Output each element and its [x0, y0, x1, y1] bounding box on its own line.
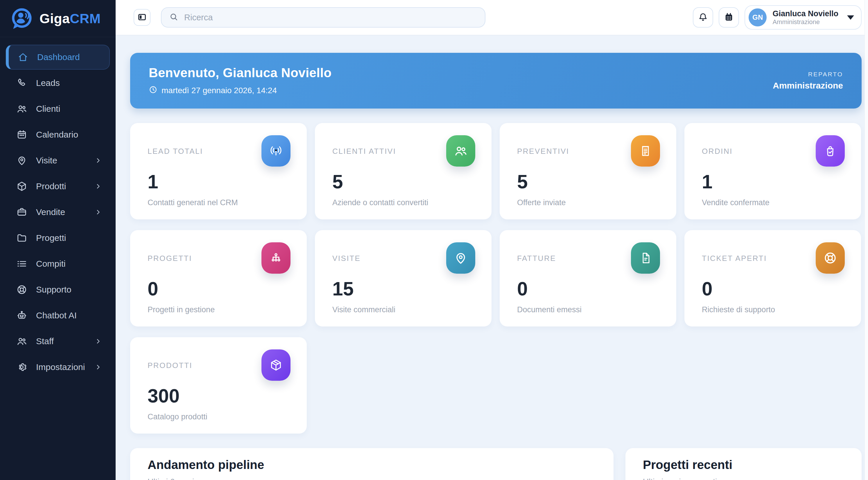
sidebar-item-label: Calendario — [36, 130, 78, 140]
users-icon — [16, 336, 27, 347]
panel-title: Progetti recenti — [643, 458, 844, 472]
sidebar-item-leads[interactable]: Leads — [6, 71, 110, 96]
stat-subtitle: Visite commerciali — [332, 305, 475, 314]
sidebar-item-supporto[interactable]: Supporto — [6, 277, 110, 302]
box-icon — [16, 181, 27, 192]
stat-value: 0 — [148, 279, 290, 298]
department-label: REPARTO — [773, 71, 843, 78]
stat-card-clienti-attivi: CLIENTI ATTIVI5Aziende o contatti conver… — [315, 123, 492, 219]
clock-icon — [149, 85, 157, 96]
chevron-right-icon — [94, 337, 102, 345]
sidebar-item-vendite[interactable]: Vendite — [6, 200, 110, 225]
search-bar — [161, 7, 486, 28]
folder-icon — [16, 233, 27, 243]
search-icon — [169, 12, 178, 23]
bag-check-icon — [816, 135, 845, 167]
broadcast-icon — [261, 135, 290, 167]
calendar-icon — [724, 12, 734, 23]
phone-icon — [16, 77, 27, 89]
stat-value: 0 — [517, 279, 660, 298]
stat-subtitle: Progetti in gestione — [148, 305, 290, 314]
panel-subtitle: Ultimi aggiornamenti — [643, 477, 844, 480]
calendar-icon — [16, 129, 27, 140]
stat-subtitle: Richieste di supporto — [702, 305, 845, 314]
sidebar-item-staff[interactable]: Staff — [6, 329, 110, 354]
search-input[interactable] — [184, 12, 477, 23]
logo: GigaCRM — [0, 0, 116, 37]
stat-card-progetti: PROGETTI0Progetti in gestione — [130, 230, 307, 327]
package-icon — [261, 349, 290, 381]
sidebar-item-label: Chatbot AI — [36, 311, 77, 320]
stat-card-prodotti: PRODOTTI300Catalogo prodotti — [130, 337, 307, 434]
stat-subtitle: Aziende o contatti convertiti — [332, 198, 475, 207]
bell-icon — [698, 12, 708, 23]
welcome-title: Benvenuto, Gianluca Noviello — [149, 66, 332, 80]
robot-icon — [16, 310, 27, 321]
topbar: GN Gianluca Noviello Amministrazione — [116, 0, 868, 35]
stat-subtitle: Offerte inviate — [517, 198, 660, 207]
sidebar-nav: DashboardLeadsClientiCalendarioVisitePro… — [0, 37, 116, 380]
panel-andamento-pipeline: Andamento pipelineUltimi 6 mesi — [130, 448, 614, 480]
sidebar-item-label: Compiti — [36, 259, 66, 269]
sidebar-item-visite[interactable]: Visite — [6, 148, 110, 173]
calendar-button[interactable] — [719, 7, 739, 28]
map-pin-icon — [446, 242, 475, 274]
tasks-icon — [16, 258, 27, 269]
map-pin-icon — [16, 155, 27, 166]
sidebar-item-calendario[interactable]: Calendario — [6, 122, 110, 147]
chat-person-logo-icon — [9, 6, 34, 31]
sidebar-toggle-button[interactable] — [134, 9, 151, 26]
sidebar-item-label: Visite — [36, 156, 57, 165]
stat-card-ordini: ORDINI1Vendite confermate — [684, 123, 861, 219]
chevron-right-icon — [94, 182, 102, 191]
chevron-right-icon — [94, 208, 102, 216]
welcome-banner: Benvenuto, Gianluca Noviello martedì 27 … — [130, 53, 862, 108]
sidebar-item-dashboard[interactable]: Dashboard — [6, 45, 110, 70]
sidebar-item-label: Staff — [36, 336, 54, 346]
sidebar-item-label: Leads — [36, 78, 60, 88]
user-menu[interactable]: GN Gianluca Noviello Amministrazione — [745, 5, 862, 30]
briefcase-icon — [16, 207, 27, 218]
stat-subtitle: Documenti emessi — [517, 305, 660, 314]
panel-title: Andamento pipeline — [148, 458, 596, 472]
sidebar: GigaCRM DashboardLeadsClientiCalendarioV… — [0, 0, 116, 480]
topbar-actions: GN Gianluca Noviello Amministrazione — [693, 5, 862, 30]
sidebar-item-label: Impostazioni — [36, 362, 85, 372]
stat-card-lead-totali: LEAD TOTALI1Contatti generati nel CRM — [130, 123, 307, 219]
department-name: Amministrazione — [773, 81, 843, 91]
sidebar-item-impostazioni[interactable]: Impostazioni — [6, 355, 110, 380]
avatar: GN — [749, 8, 767, 26]
sidebar-item-clienti[interactable]: Clienti — [6, 96, 110, 121]
stat-value: 5 — [332, 172, 475, 191]
stat-card-ticket-aperti: TICKET APERTI0Richieste di supporto — [684, 230, 861, 327]
sidebar-item-label: Progetti — [36, 233, 66, 243]
panel-progetti-recenti: Progetti recentiUltimi aggiornamenti — [625, 448, 862, 480]
stat-subtitle: Vendite confermate — [702, 198, 845, 207]
user-name: Gianluca Noviello — [772, 9, 838, 18]
brand-name: GigaCRM — [39, 11, 101, 26]
welcome-date: martedì 27 gennaio 2026, 14:24 — [149, 85, 332, 96]
sidebar-item-chatbot-ai[interactable]: Chatbot AI — [6, 303, 110, 328]
home-icon — [18, 52, 28, 63]
stat-card-visite: VISITE15Visite commerciali — [315, 230, 492, 327]
file-icon — [631, 242, 660, 274]
sidebar-item-label: Supporto — [36, 285, 71, 295]
stat-value: 300 — [148, 386, 290, 405]
stat-card-fatture: FATTURE0Documenti emessi — [500, 230, 676, 327]
gear-icon — [16, 362, 27, 373]
stat-card-preventivi: PREVENTIVI5Offerte inviate — [500, 123, 676, 219]
sidebar-item-compiti[interactable]: Compiti — [6, 251, 110, 276]
sidebar-item-prodotti[interactable]: Prodotti — [6, 174, 110, 199]
receipt-icon — [631, 135, 660, 167]
sidebar-item-label: Vendite — [36, 207, 65, 217]
sidebar-item-label: Prodotti — [36, 181, 66, 191]
stat-subtitle: Catalogo prodotti — [148, 412, 290, 421]
sidebar-item-label: Dashboard — [37, 52, 80, 62]
life-ring-icon — [816, 242, 845, 274]
users-icon — [16, 103, 27, 114]
sidebar-item-progetti[interactable]: Progetti — [6, 226, 110, 250]
app-window: GigaCRM DashboardLeadsClientiCalendarioV… — [0, 0, 868, 480]
chevron-down-icon — [847, 15, 854, 20]
notifications-button[interactable] — [693, 7, 713, 28]
scrollbar[interactable] — [865, 0, 868, 480]
